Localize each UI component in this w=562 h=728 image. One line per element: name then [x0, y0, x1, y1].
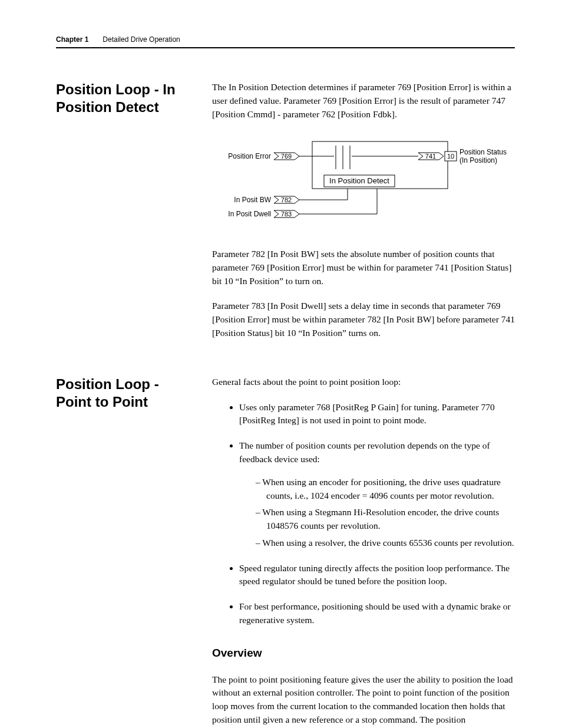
diagram-param-782: 782 — [281, 196, 292, 203]
paragraph: Parameter 783 [In Posit Dwell] sets a de… — [212, 299, 515, 340]
section-heading-point-to-point: Position Loop - Point to Point — [56, 375, 194, 728]
chapter-label: Chapter 1 — [56, 35, 88, 44]
subsection-heading-overview: Overview — [212, 645, 515, 661]
paragraph: Parameter 782 [In Posit BW] sets the abs… — [212, 248, 515, 288]
diagram-block-label: In Position Detect — [329, 176, 389, 185]
diagram-bit-10: 10 — [447, 153, 454, 160]
list-item: For best performance, positioning should… — [239, 600, 515, 627]
diagram-label-in-position: (In Position) — [459, 156, 497, 164]
dash-list: When using an encoder for positioning, t… — [239, 476, 515, 550]
diagram-label-position-error: Position Error — [228, 152, 271, 160]
diagram-label-in-posit-dwell: In Posit Dwell — [228, 210, 271, 218]
list-item: When using a resolver, the drive counts … — [256, 536, 515, 550]
diagram-label-position-status: Position Status — [459, 148, 507, 156]
paragraph: The In Position Detection determines if … — [212, 81, 515, 121]
list-item: When using a Stegmann Hi-Resolution enco… — [256, 506, 515, 533]
list-item: Uses only parameter 768 [PositReg P Gain… — [239, 401, 515, 428]
paragraph: The point to point positioning feature g… — [212, 673, 515, 727]
list-item: Speed regulator tuning directly affects … — [239, 562, 515, 589]
bullet-list: Uses only parameter 768 [PositReg P Gain… — [212, 401, 515, 627]
list-item: When using an encoder for positioning, t… — [256, 476, 515, 503]
diagram-label-in-posit-bw: In Posit BW — [234, 196, 271, 204]
diagram-param-741: 741 — [425, 153, 436, 160]
page-header: Chapter 1 Detailed Drive Operation — [56, 35, 515, 48]
diagram-param-769: 769 — [281, 153, 292, 160]
chapter-title: Detailed Drive Operation — [103, 35, 180, 44]
paragraph: General facts about the point to point p… — [212, 375, 515, 389]
list-item: The number of position counts per revolu… — [239, 439, 515, 549]
diagram-param-783: 783 — [281, 210, 292, 218]
section-heading-in-position-detect: Position Loop - In Position Detect — [56, 81, 194, 352]
in-position-detect-diagram: In Position Detect Position Error 769 — [212, 133, 515, 231]
